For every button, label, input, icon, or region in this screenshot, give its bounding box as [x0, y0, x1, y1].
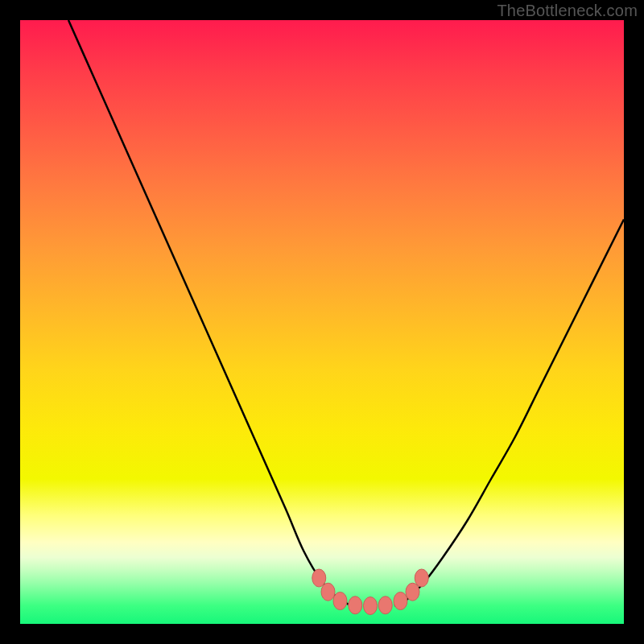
- trough-marker: [394, 592, 407, 610]
- trough-marker: [333, 592, 347, 610]
- trough-marker: [349, 597, 362, 614]
- trough-marker: [378, 597, 392, 614]
- trough-marker: [415, 569, 428, 587]
- trough-marker: [312, 569, 326, 587]
- trough-marker: [321, 583, 335, 601]
- chart-frame: TheBottleneck.com: [0, 0, 644, 644]
- trough-marker: [364, 597, 378, 615]
- trough-marker: [406, 583, 419, 601]
- plot-area: [20, 20, 624, 624]
- right-curve: [394, 220, 624, 606]
- curves-layer: [20, 20, 624, 624]
- watermark-text: TheBottleneck.com: [497, 2, 638, 20]
- left-curve: [68, 20, 353, 606]
- trough-markers: [312, 569, 429, 615]
